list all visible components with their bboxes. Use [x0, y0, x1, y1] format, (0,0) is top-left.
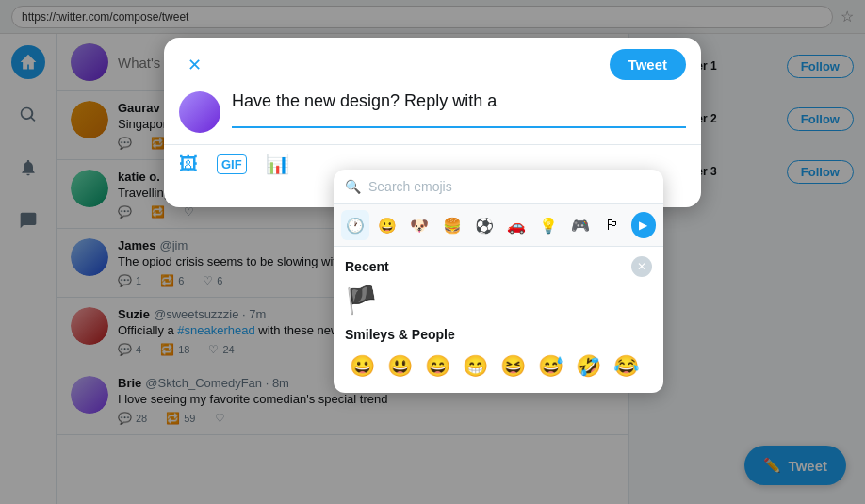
emoji-recent-title: Recent	[345, 259, 389, 274]
compose-body: Have the new design? Reply with a	[164, 91, 701, 144]
emoji-cat-animals[interactable]: 🐶	[405, 210, 433, 240]
emoji-recent-item-1[interactable]: 🏴	[345, 285, 378, 316]
media-icon[interactable]: 🖼	[179, 154, 198, 175]
emoji-recent-header: Recent ✕	[345, 256, 652, 277]
emoji-search-icon: 🔍	[345, 179, 361, 194]
emoji-smileys-grid: 😀 😃 😄 😁 😆 😅 🤣 😂	[345, 350, 652, 383]
emoji-cat-objects[interactable]: 💡	[534, 210, 563, 240]
compose-avatar	[179, 91, 220, 133]
emoji-cat-food[interactable]: 🍔	[438, 210, 466, 240]
tweet-submit-button[interactable]: Tweet	[610, 49, 686, 80]
emoji-clear-button[interactable]: ✕	[631, 256, 652, 277]
emoji-cat-scroll[interactable]: ▶	[631, 212, 656, 238]
emoji-cat-smileys[interactable]: 😀	[373, 210, 401, 240]
emoji-item-3[interactable]: 😄	[420, 350, 454, 383]
compose-modal: ✕ Tweet Have the new design? Reply with …	[164, 38, 701, 207]
emoji-cat-flags[interactable]: 🏳	[598, 210, 627, 240]
compose-overlay: ✕ Tweet Have the new design? Reply with …	[0, 0, 865, 504]
compose-divider	[232, 126, 686, 128]
emoji-body: Recent ✕ 🏴 Smileys & People 😀 😃 😄 😁 😆 😅 …	[334, 247, 663, 393]
compose-text-area: Have the new design? Reply with a	[232, 91, 686, 133]
emoji-item-8[interactable]: 😂	[609, 350, 643, 383]
emoji-cat-recent[interactable]: 🕐	[341, 210, 369, 240]
gif-icon[interactable]: GIF	[217, 154, 247, 174]
emoji-search-bar: 🔍	[334, 170, 663, 204]
chart-icon[interactable]: 📊	[266, 153, 289, 175]
emoji-search-input[interactable]	[368, 179, 652, 194]
emoji-item-1[interactable]: 😀	[345, 350, 379, 383]
emoji-recent-row: 🏴	[345, 285, 652, 316]
close-modal-button[interactable]: ✕	[179, 50, 209, 80]
emoji-item-7[interactable]: 🤣	[571, 350, 605, 383]
emoji-cat-activities[interactable]: ⚽	[470, 210, 498, 240]
emoji-cat-travel[interactable]: 🚗	[502, 210, 530, 240]
emoji-smileys-title: Smileys & People	[345, 327, 652, 342]
compose-header: ✕ Tweet	[164, 38, 701, 91]
compose-text-content[interactable]: Have the new design? Reply with a	[232, 91, 686, 119]
emoji-picker: 🔍 🕐 😀 🐶 🍔 ⚽ 🚗 💡 🎮 🏳 ▶ Recent ✕	[334, 170, 663, 393]
emoji-categories: 🕐 😀 🐶 🍔 ⚽ 🚗 💡 🎮 🏳 ▶	[334, 204, 663, 247]
emoji-item-6[interactable]: 😅	[533, 350, 567, 383]
emoji-item-4[interactable]: 😁	[458, 350, 492, 383]
emoji-item-5[interactable]: 😆	[496, 350, 530, 383]
emoji-cat-symbols[interactable]: 🎮	[566, 210, 595, 240]
emoji-item-2[interactable]: 😃	[383, 350, 416, 383]
